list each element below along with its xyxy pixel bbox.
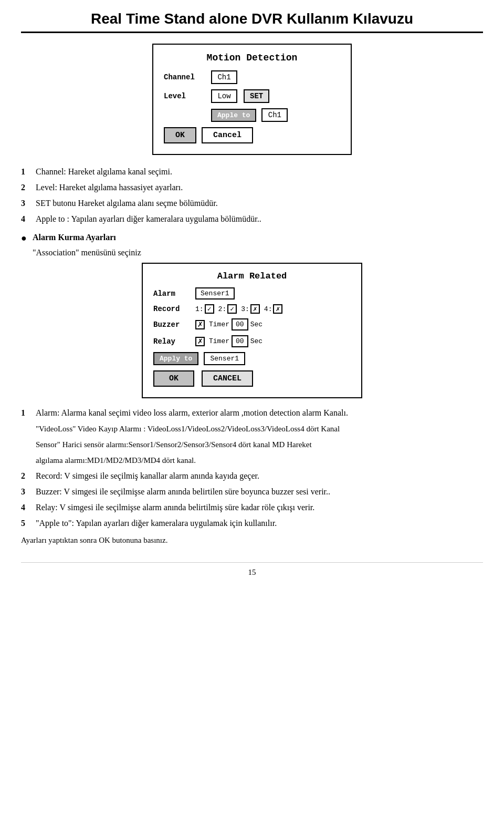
list-item: 5 "Apple to": Yapılan ayarları diğer kam…: [21, 517, 483, 530]
item-num: 3: [21, 486, 36, 498]
relay-check[interactable]: ✗: [195, 337, 205, 346]
item-num: 4: [21, 213, 36, 225]
bullet-icon: ●: [21, 233, 33, 244]
buzzer-timer-value[interactable]: 00: [232, 318, 248, 330]
numbered-list-2: 1 Alarm: Alarma kanal seçimi video loss …: [21, 407, 483, 419]
item-text: Relay: V simgesi ile seçilmişse alarm an…: [36, 501, 314, 514]
alarm-section-heading: ● Alarm Kurma Ayarları: [21, 233, 483, 244]
list-item: 4 Apple to : Yapılan ayarları diğer kame…: [21, 213, 483, 225]
alarm-heading: Alarm Kurma Ayarları: [33, 233, 116, 242]
list-item: 2 Record: V simgesi ile seçilmiş kanalla…: [21, 470, 483, 482]
check-num: 3:: [241, 305, 249, 313]
channel-label: Channel: [164, 73, 211, 81]
video-loss-paragraphs: "VideoLoss" Video Kayıp Alarmı : VideoLo…: [36, 422, 483, 467]
list-item: 3 Buzzer: V simgesi ile seçilmişse alarm…: [21, 486, 483, 498]
buzzer-timer-label: Timer: [209, 321, 229, 328]
list-item: 2 Level: Hareket algılama hassasiyet aya…: [21, 181, 483, 194]
list-item: 4 Relay: V simgesi ile seçilmişse alarm …: [21, 501, 483, 514]
list-item: 1 Channel: Hareket algılama kanal seçimi…: [21, 166, 483, 178]
channel-value[interactable]: Ch1: [211, 70, 237, 84]
apply-to-button[interactable]: Apply to: [153, 352, 198, 365]
ok-button[interactable]: OK: [164, 127, 196, 143]
alarm-related-box: Alarm Related Alarm Senser1 Record 1: ✓ …: [142, 263, 362, 398]
alarm-value[interactable]: Senser1: [195, 287, 235, 299]
apple-to-button[interactable]: Apple to: [211, 109, 256, 122]
alarm-related-title: Alarm Related: [153, 271, 351, 281]
item-text: Record: V simgesi ile seçilmiş kanallar …: [36, 470, 259, 482]
paragraph-1: "VideoLoss" Video Kayıp Alarmı : VideoLo…: [36, 422, 483, 435]
item-num: 3: [21, 197, 36, 210]
motion-bottom-row: OK Cancel: [164, 127, 340, 143]
relay-row: Relay ✗ Timer 00 Sec: [153, 335, 351, 347]
item-text: Buzzer: V simgesi ile seçilmişse alarm a…: [36, 486, 330, 498]
channel-row: Channel Ch1: [164, 70, 340, 84]
record-checks: 1: ✓ 2: ✓ 3: ✗ 4: ✗: [195, 304, 282, 314]
record-check-4: 4: ✗: [264, 304, 283, 314]
item-text: SET butonu Hareket algılama alanı seçme …: [36, 197, 218, 210]
check-box-2[interactable]: ✓: [227, 304, 237, 314]
alarm-sub-heading: "Association" menüsünü seçiniz: [33, 248, 483, 257]
item-num: 1: [21, 166, 36, 178]
apply-value[interactable]: Ch1: [261, 108, 288, 122]
set-button[interactable]: SET: [244, 89, 269, 103]
item-text: Alarm: Alarma kanal seçimi video loss al…: [36, 407, 348, 419]
level-row: Level Low SET: [164, 89, 340, 103]
buzzer-sec: Sec: [250, 321, 262, 328]
alarm-bottom-row: OK CANCEL: [153, 370, 351, 387]
item-num: 5: [21, 517, 36, 530]
buzzer-check[interactable]: ✗: [195, 320, 205, 329]
numbered-list-3: 2 Record: V simgesi ile seçilmiş kanalla…: [21, 470, 483, 530]
paragraph-2: Sensor" Harici sensör alarmı:Sensor1/Sen…: [36, 438, 483, 451]
alarm-cancel-button[interactable]: CANCEL: [202, 370, 253, 387]
motion-detection-box: Motion Detection Channel Ch1 Level Low S…: [152, 44, 352, 155]
check-box-4[interactable]: ✗: [273, 304, 282, 314]
record-check-3: 3: ✗: [241, 304, 260, 314]
cancel-button[interactable]: Cancel: [202, 127, 253, 143]
item-num: 4: [21, 501, 36, 514]
alarm-label: Alarm: [153, 290, 195, 298]
apply-to-row: Apple to Ch1: [164, 108, 340, 122]
buzzer-row: Buzzer ✗ Timer 00 Sec: [153, 318, 351, 330]
motion-detection-title: Motion Detection: [164, 53, 340, 63]
item-text: Level: Hareket algılama hassasiyet ayarl…: [36, 181, 183, 194]
check-box-1[interactable]: ✓: [205, 304, 214, 314]
level-value[interactable]: Low: [211, 89, 237, 103]
item-num: 1: [21, 407, 36, 419]
list-item: 1 Alarm: Alarma kanal seçimi video loss …: [21, 407, 483, 419]
check-num: 1:: [195, 305, 204, 313]
relay-sec: Sec: [250, 337, 262, 345]
check-box-3[interactable]: ✗: [250, 304, 260, 314]
page-number: 15: [21, 562, 483, 577]
check-num: 4:: [264, 305, 272, 313]
record-check-1: 1: ✓: [195, 304, 214, 314]
relay-label: Relay: [153, 337, 195, 346]
item-text: Apple to : Yapılan ayarları diğer kamera…: [36, 213, 261, 225]
check-num: 2:: [218, 305, 227, 313]
alarm-apply-to-row: Apply to Senser1: [153, 352, 351, 365]
record-row: Record 1: ✓ 2: ✓ 3: ✗ 4: ✗: [153, 304, 351, 314]
item-num: 2: [21, 470, 36, 482]
buzzer-label: Buzzer: [153, 321, 195, 329]
relay-timer-value[interactable]: 00: [232, 335, 248, 347]
level-label: Level: [164, 92, 211, 100]
alarm-row: Alarm Senser1: [153, 287, 351, 299]
final-note: Ayarları yaptıktan sonra OK butonuna bas…: [21, 534, 483, 546]
record-check-2: 2: ✓: [218, 304, 237, 314]
numbered-list-1: 1 Channel: Hareket algılama kanal seçimi…: [21, 166, 483, 225]
list-item: 3 SET butonu Hareket algılama alanı seçm…: [21, 197, 483, 210]
item-text: Channel: Hareket algılama kanal seçimi.: [36, 166, 172, 178]
item-num: 2: [21, 181, 36, 194]
record-label: Record: [153, 305, 195, 313]
alarm-ok-button[interactable]: OK: [153, 370, 194, 387]
item-text: "Apple to": Yapılan ayarları diğer kamer…: [36, 517, 277, 530]
paragraph-3: algılama alarmı:MD1/MD2/MD3/MD4 dört kan…: [36, 454, 483, 467]
apply-to-value[interactable]: Senser1: [204, 352, 245, 365]
page-title: Real Time Stand alone DVR Kullanım Kılav…: [21, 11, 483, 33]
relay-timer-label: Timer: [209, 337, 229, 345]
